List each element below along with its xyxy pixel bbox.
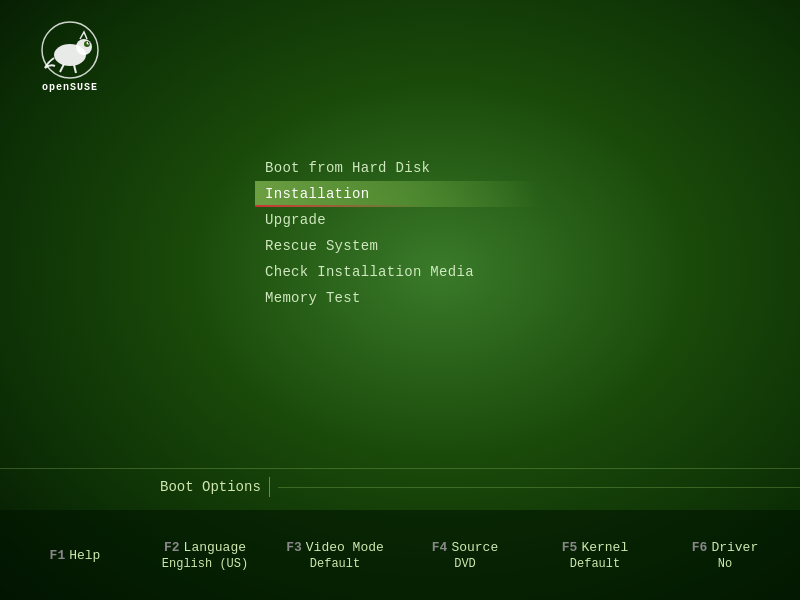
f5-label: Kernel bbox=[581, 540, 628, 555]
f2-value: English (US) bbox=[162, 557, 248, 571]
svg-line-6 bbox=[60, 64, 64, 72]
f3-key: F3 bbox=[286, 540, 302, 555]
logo-area: openSUSE bbox=[40, 20, 100, 93]
menu-item-installation[interactable]: Installation bbox=[255, 181, 540, 207]
svg-point-2 bbox=[76, 39, 92, 55]
fkey-group-f3[interactable]: F3 Video ModeDefault bbox=[270, 540, 400, 571]
f5-value: Default bbox=[570, 557, 620, 571]
f2-key: F2 bbox=[164, 540, 180, 555]
menu-item-rescue-system[interactable]: Rescue System bbox=[255, 233, 540, 259]
f4-label: Source bbox=[451, 540, 498, 555]
menu-item-memory-test[interactable]: Memory Test bbox=[255, 285, 540, 311]
f1-key: F1 bbox=[50, 548, 66, 563]
f6-label: Driver bbox=[711, 540, 758, 555]
f4-value: DVD bbox=[454, 557, 476, 571]
menu-item-boot-hard-disk[interactable]: Boot from Hard Disk bbox=[255, 155, 540, 181]
f6-key: F6 bbox=[692, 540, 708, 555]
boot-menu: Boot from Hard Disk Installation Upgrade… bbox=[255, 155, 555, 311]
boot-options-line bbox=[278, 487, 800, 488]
f3-label: Video Mode bbox=[306, 540, 384, 555]
opensuse-logo bbox=[40, 20, 100, 80]
f2-label: Language bbox=[184, 540, 246, 555]
f3-value: Default bbox=[310, 557, 360, 571]
function-bar: F1 HelpF2 LanguageEnglish (US)F3 Video M… bbox=[0, 510, 800, 600]
menu-item-upgrade[interactable]: Upgrade bbox=[255, 207, 540, 233]
svg-line-7 bbox=[74, 65, 76, 73]
boot-options-label: Boot Options bbox=[160, 479, 261, 495]
f5-key: F5 bbox=[562, 540, 578, 555]
menu-item-check-installation-media[interactable]: Check Installation Media bbox=[255, 259, 540, 285]
boot-options-separator bbox=[269, 477, 270, 497]
fkey-group-f4[interactable]: F4 SourceDVD bbox=[400, 540, 530, 571]
fkey-group-f6[interactable]: F6 DriverNo bbox=[660, 540, 790, 571]
svg-point-5 bbox=[88, 42, 89, 43]
logo-text: openSUSE bbox=[42, 82, 98, 93]
fkey-group-f2[interactable]: F2 LanguageEnglish (US) bbox=[140, 540, 270, 571]
f6-value: No bbox=[718, 557, 732, 571]
boot-options-bar: Boot Options bbox=[0, 468, 800, 505]
fkey-group-f5[interactable]: F5 KernelDefault bbox=[530, 540, 660, 571]
fkey-group-f1[interactable]: F1 Help bbox=[10, 548, 140, 563]
f4-key: F4 bbox=[432, 540, 448, 555]
f1-label: Help bbox=[69, 548, 100, 563]
